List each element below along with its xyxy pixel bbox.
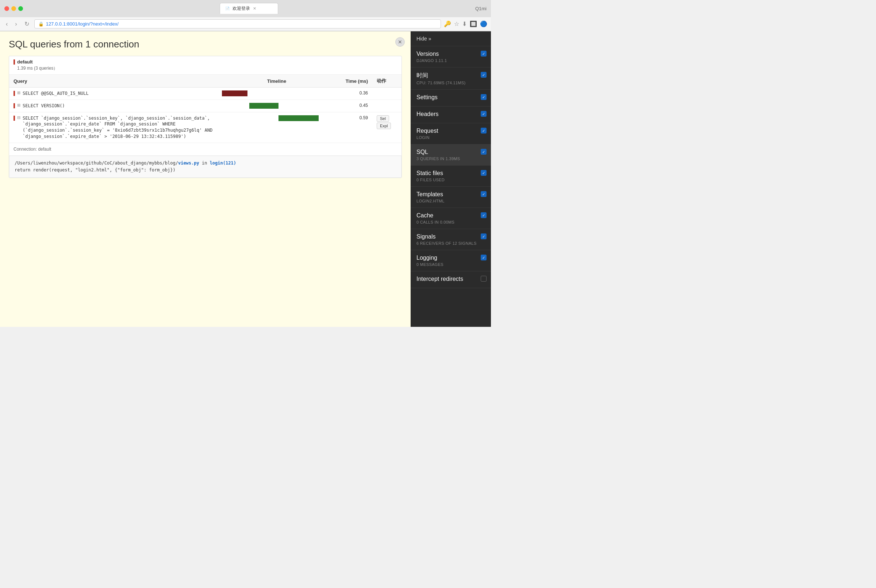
- time-cell: 0.45: [336, 100, 372, 112]
- table-row: ⊞ SELECT @@SQL_AUTO_IS_NULL 0.36: [9, 87, 401, 100]
- browser-chrome: 📄 欢迎登录 ✕ Q1mi ‹ › ↻ 🔒 127.0.0.1:8001/log…: [0, 0, 491, 32]
- logging-checkbox[interactable]: [481, 255, 487, 261]
- panel-item-intercept-redirects[interactable]: Intercept redirects: [411, 272, 491, 288]
- query-cell: ⊞ SELECT VERSION(): [14, 103, 213, 109]
- db-name: default: [14, 59, 397, 64]
- hide-panel-button[interactable]: Hide »: [411, 32, 491, 46]
- panel-item-versions[interactable]: Versions DJANGO 1.11.1: [411, 46, 491, 68]
- refresh-button[interactable]: ↻: [22, 20, 32, 28]
- panel-item-logging[interactable]: Logging 0 MESSAGES: [411, 250, 491, 272]
- sql-checkbox[interactable]: [481, 149, 487, 154]
- close-traffic-light[interactable]: [5, 6, 9, 11]
- expand-button[interactable]: ⊞: [17, 103, 20, 108]
- timeline-bar: [222, 90, 248, 96]
- action-col-header: 动作: [372, 75, 401, 87]
- panel-item-time[interactable]: 时间 CPU: 71.69MS (74.11MS): [411, 68, 491, 90]
- panel-item-sub: 0 FILES USED: [416, 178, 485, 182]
- query-text: SELECT @@SQL_AUTO_IS_NULL: [23, 90, 89, 97]
- timeline-bar: [278, 115, 319, 121]
- close-panel-button[interactable]: ✕: [395, 37, 405, 47]
- time-col-header: Time (ms): [336, 75, 372, 87]
- hide-label: Hide »: [416, 36, 431, 42]
- code-line2: return render(request, "login2.html", {"…: [15, 167, 396, 174]
- panel-item-headers[interactable]: Headers: [411, 106, 491, 123]
- time-cell: 0.59: [336, 112, 372, 142]
- minimize-traffic-light[interactable]: [11, 6, 16, 11]
- expl-button[interactable]: Expl: [377, 123, 391, 129]
- fullscreen-traffic-light[interactable]: [18, 6, 23, 11]
- connection-label: Connection:: [14, 147, 37, 152]
- db-header: default 1.39 ms (3 queries）: [9, 56, 401, 75]
- panel-item-settings[interactable]: Settings: [411, 90, 491, 106]
- panel-item-title: Cache: [416, 212, 485, 219]
- traffic-lights: [5, 6, 23, 11]
- settings-checkbox[interactable]: [481, 94, 487, 100]
- panel-item-sub: CPU: 71.69MS (74.11MS): [416, 81, 485, 85]
- back-button[interactable]: ‹: [4, 20, 10, 28]
- address-bar[interactable]: 🔒 127.0.0.1:8001/login/?next=/index/: [34, 20, 441, 28]
- db-section: default 1.39 ms (3 queries） Query Timeli…: [9, 56, 402, 178]
- tab-close-button[interactable]: ✕: [253, 6, 256, 11]
- main-layout: SQL queries from 1 connection ✕ default …: [0, 32, 491, 327]
- panel-item-title: Signals: [416, 234, 485, 240]
- expand-button[interactable]: ⊞: [17, 90, 20, 95]
- sync-icon: 🔵: [480, 20, 487, 27]
- panel-item-sub: 6 RECEIVERS OF 12 SIGNALS: [416, 241, 485, 246]
- toolbar-icons: 🔑 ☆ ⬇ 🔲 🔵: [444, 20, 487, 27]
- expand-button[interactable]: ⊟: [17, 115, 20, 120]
- panel-item-title: Headers: [416, 111, 485, 117]
- static-files-checkbox[interactable]: [481, 170, 487, 176]
- panel-item-sub: 3 QUERIES IN 1.39MS: [416, 156, 485, 161]
- page-title: SQL queries from 1 connection: [9, 39, 402, 50]
- panel-item-static-files[interactable]: Static files 0 FILES USED: [411, 166, 491, 187]
- code-highlight: views.py: [178, 160, 199, 166]
- timeline-bar: [249, 103, 278, 109]
- timeline-col-header: Timeline: [218, 75, 336, 87]
- panel-item-cache[interactable]: Cache 0 CALLS IN 0.00MS: [411, 208, 491, 229]
- panel-item-title: Logging: [416, 255, 485, 261]
- query-cell: ⊟ SELECT `django_session`.`session_key`,…: [14, 115, 213, 140]
- download-icon: ⬇: [462, 20, 467, 27]
- cache-checkbox[interactable]: [481, 212, 487, 218]
- intercept-redirects-checkbox[interactable]: [481, 276, 487, 282]
- templates-checkbox[interactable]: [481, 191, 487, 197]
- row-indicator: [14, 103, 15, 108]
- panel-item-title: Intercept redirects: [416, 276, 485, 282]
- row-indicator: [14, 91, 15, 96]
- timeline-cell: [218, 112, 336, 142]
- browser-toolbar: ‹ › ↻ 🔒 127.0.0.1:8001/login/?next=/inde…: [0, 17, 491, 31]
- request-checkbox[interactable]: [481, 128, 487, 134]
- row-indicator: [14, 116, 15, 121]
- table-row: ⊟ SELECT `django_session`.`session_key`,…: [9, 112, 401, 142]
- action-cell: [372, 87, 401, 100]
- db-stats: 1.39 ms (3 queries）: [17, 65, 397, 72]
- browser-tab[interactable]: 📄 欢迎登录 ✕: [220, 3, 278, 14]
- panel-item-title: Templates: [416, 191, 485, 198]
- time-checkbox[interactable]: [481, 72, 487, 78]
- panel-item-sql[interactable]: SQL 3 QUERIES IN 1.39MS: [411, 144, 491, 166]
- panel-item-signals[interactable]: Signals 6 RECEIVERS OF 12 SIGNALS: [411, 229, 491, 250]
- query-text: SELECT VERSION(): [23, 103, 65, 109]
- query-col-header: Query: [9, 75, 218, 87]
- panel-item-sub: 0 MESSAGES: [416, 262, 485, 267]
- panel-item-title: Versions: [416, 51, 485, 57]
- signals-checkbox[interactable]: [481, 234, 487, 239]
- db-indicator: [14, 60, 15, 64]
- query-text: SELECT `django_session`.`session_key`, `…: [23, 115, 212, 140]
- action-cell: [372, 100, 401, 112]
- panel-item-templates[interactable]: Templates LOGIN2.HTML: [411, 187, 491, 208]
- panel-item-title: Static files: [416, 170, 485, 177]
- key-icon: 🔑: [444, 20, 451, 27]
- headers-checkbox[interactable]: [481, 111, 487, 117]
- panel-item-sub: LOGIN: [416, 135, 485, 140]
- content-area: SQL queries from 1 connection ✕ default …: [0, 32, 411, 327]
- panel-item-request[interactable]: Request LOGIN: [411, 123, 491, 144]
- panel-item-title: SQL: [416, 149, 485, 155]
- sel-button[interactable]: Sel: [377, 115, 389, 122]
- timeline-cell: [218, 100, 336, 112]
- versions-checkbox[interactable]: [481, 51, 487, 57]
- query-table: Query Timeline Time (ms) 动作 ⊞ SELECT: [9, 75, 401, 143]
- code-highlight2: login(121): [210, 160, 236, 166]
- forward-button[interactable]: ›: [13, 20, 19, 28]
- star-icon[interactable]: ☆: [454, 20, 459, 27]
